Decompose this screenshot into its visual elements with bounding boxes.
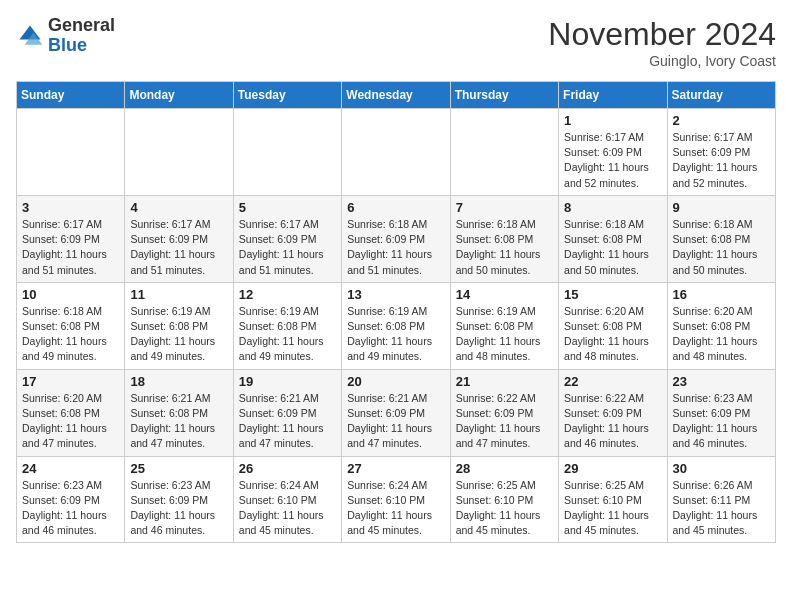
weekday-header-friday: Friday xyxy=(559,82,667,109)
day-number: 23 xyxy=(673,374,770,389)
day-detail: Sunrise: 6:19 AMSunset: 6:08 PMDaylight:… xyxy=(239,304,336,365)
weekday-header-monday: Monday xyxy=(125,82,233,109)
day-detail: Sunrise: 6:19 AMSunset: 6:08 PMDaylight:… xyxy=(456,304,553,365)
day-detail: Sunrise: 6:24 AMSunset: 6:10 PMDaylight:… xyxy=(347,478,444,539)
calendar-cell: 12Sunrise: 6:19 AMSunset: 6:08 PMDayligh… xyxy=(233,282,341,369)
calendar-week-5: 24Sunrise: 6:23 AMSunset: 6:09 PMDayligh… xyxy=(17,456,776,543)
calendar-cell: 3Sunrise: 6:17 AMSunset: 6:09 PMDaylight… xyxy=(17,195,125,282)
day-number: 18 xyxy=(130,374,227,389)
weekday-header-saturday: Saturday xyxy=(667,82,775,109)
day-number: 4 xyxy=(130,200,227,215)
weekday-header-tuesday: Tuesday xyxy=(233,82,341,109)
calendar-cell xyxy=(233,109,341,196)
day-number: 5 xyxy=(239,200,336,215)
day-number: 3 xyxy=(22,200,119,215)
calendar-cell: 20Sunrise: 6:21 AMSunset: 6:09 PMDayligh… xyxy=(342,369,450,456)
calendar-cell: 15Sunrise: 6:20 AMSunset: 6:08 PMDayligh… xyxy=(559,282,667,369)
day-detail: Sunrise: 6:25 AMSunset: 6:10 PMDaylight:… xyxy=(456,478,553,539)
calendar-cell: 1Sunrise: 6:17 AMSunset: 6:09 PMDaylight… xyxy=(559,109,667,196)
logo-blue-text: Blue xyxy=(48,36,115,56)
day-number: 12 xyxy=(239,287,336,302)
day-detail: Sunrise: 6:23 AMSunset: 6:09 PMDaylight:… xyxy=(130,478,227,539)
calendar-cell xyxy=(342,109,450,196)
calendar-cell xyxy=(17,109,125,196)
day-detail: Sunrise: 6:19 AMSunset: 6:08 PMDaylight:… xyxy=(347,304,444,365)
day-detail: Sunrise: 6:17 AMSunset: 6:09 PMDaylight:… xyxy=(673,130,770,191)
calendar-cell: 9Sunrise: 6:18 AMSunset: 6:08 PMDaylight… xyxy=(667,195,775,282)
calendar-cell: 7Sunrise: 6:18 AMSunset: 6:08 PMDaylight… xyxy=(450,195,558,282)
day-detail: Sunrise: 6:21 AMSunset: 6:09 PMDaylight:… xyxy=(347,391,444,452)
day-number: 7 xyxy=(456,200,553,215)
day-number: 24 xyxy=(22,461,119,476)
calendar-body: 1Sunrise: 6:17 AMSunset: 6:09 PMDaylight… xyxy=(17,109,776,543)
day-number: 14 xyxy=(456,287,553,302)
calendar-cell: 17Sunrise: 6:20 AMSunset: 6:08 PMDayligh… xyxy=(17,369,125,456)
calendar-cell: 8Sunrise: 6:18 AMSunset: 6:08 PMDaylight… xyxy=(559,195,667,282)
calendar-cell: 10Sunrise: 6:18 AMSunset: 6:08 PMDayligh… xyxy=(17,282,125,369)
day-number: 22 xyxy=(564,374,661,389)
day-number: 21 xyxy=(456,374,553,389)
logo: General Blue xyxy=(16,16,115,56)
day-detail: Sunrise: 6:18 AMSunset: 6:08 PMDaylight:… xyxy=(673,217,770,278)
day-number: 26 xyxy=(239,461,336,476)
day-number: 20 xyxy=(347,374,444,389)
day-number: 10 xyxy=(22,287,119,302)
weekday-header-wednesday: Wednesday xyxy=(342,82,450,109)
day-number: 30 xyxy=(673,461,770,476)
calendar-cell: 30Sunrise: 6:26 AMSunset: 6:11 PMDayligh… xyxy=(667,456,775,543)
calendar-cell: 26Sunrise: 6:24 AMSunset: 6:10 PMDayligh… xyxy=(233,456,341,543)
day-number: 25 xyxy=(130,461,227,476)
day-number: 27 xyxy=(347,461,444,476)
day-detail: Sunrise: 6:23 AMSunset: 6:09 PMDaylight:… xyxy=(673,391,770,452)
day-detail: Sunrise: 6:18 AMSunset: 6:08 PMDaylight:… xyxy=(564,217,661,278)
calendar-week-2: 3Sunrise: 6:17 AMSunset: 6:09 PMDaylight… xyxy=(17,195,776,282)
calendar-table: SundayMondayTuesdayWednesdayThursdayFrid… xyxy=(16,81,776,543)
calendar-cell: 2Sunrise: 6:17 AMSunset: 6:09 PMDaylight… xyxy=(667,109,775,196)
day-detail: Sunrise: 6:26 AMSunset: 6:11 PMDaylight:… xyxy=(673,478,770,539)
day-detail: Sunrise: 6:20 AMSunset: 6:08 PMDaylight:… xyxy=(564,304,661,365)
calendar-cell: 22Sunrise: 6:22 AMSunset: 6:09 PMDayligh… xyxy=(559,369,667,456)
calendar-cell: 11Sunrise: 6:19 AMSunset: 6:08 PMDayligh… xyxy=(125,282,233,369)
calendar-cell: 28Sunrise: 6:25 AMSunset: 6:10 PMDayligh… xyxy=(450,456,558,543)
day-number: 13 xyxy=(347,287,444,302)
calendar-week-3: 10Sunrise: 6:18 AMSunset: 6:08 PMDayligh… xyxy=(17,282,776,369)
calendar-header: SundayMondayTuesdayWednesdayThursdayFrid… xyxy=(17,82,776,109)
calendar-cell: 16Sunrise: 6:20 AMSunset: 6:08 PMDayligh… xyxy=(667,282,775,369)
calendar-cell: 21Sunrise: 6:22 AMSunset: 6:09 PMDayligh… xyxy=(450,369,558,456)
day-number: 11 xyxy=(130,287,227,302)
day-detail: Sunrise: 6:17 AMSunset: 6:09 PMDaylight:… xyxy=(564,130,661,191)
day-detail: Sunrise: 6:24 AMSunset: 6:10 PMDaylight:… xyxy=(239,478,336,539)
day-detail: Sunrise: 6:18 AMSunset: 6:08 PMDaylight:… xyxy=(22,304,119,365)
logo-icon xyxy=(16,22,44,50)
calendar-week-4: 17Sunrise: 6:20 AMSunset: 6:08 PMDayligh… xyxy=(17,369,776,456)
title-block: November 2024 Guinglo, Ivory Coast xyxy=(548,16,776,69)
day-detail: Sunrise: 6:25 AMSunset: 6:10 PMDaylight:… xyxy=(564,478,661,539)
weekday-header-sunday: Sunday xyxy=(17,82,125,109)
day-number: 19 xyxy=(239,374,336,389)
calendar-cell: 4Sunrise: 6:17 AMSunset: 6:09 PMDaylight… xyxy=(125,195,233,282)
day-detail: Sunrise: 6:18 AMSunset: 6:09 PMDaylight:… xyxy=(347,217,444,278)
day-number: 17 xyxy=(22,374,119,389)
page-header: General Blue November 2024 Guinglo, Ivor… xyxy=(16,16,776,69)
weekday-header-row: SundayMondayTuesdayWednesdayThursdayFrid… xyxy=(17,82,776,109)
day-detail: Sunrise: 6:17 AMSunset: 6:09 PMDaylight:… xyxy=(239,217,336,278)
location-text: Guinglo, Ivory Coast xyxy=(548,53,776,69)
day-number: 2 xyxy=(673,113,770,128)
calendar-cell: 24Sunrise: 6:23 AMSunset: 6:09 PMDayligh… xyxy=(17,456,125,543)
weekday-header-thursday: Thursday xyxy=(450,82,558,109)
calendar-cell: 25Sunrise: 6:23 AMSunset: 6:09 PMDayligh… xyxy=(125,456,233,543)
calendar-cell: 18Sunrise: 6:21 AMSunset: 6:08 PMDayligh… xyxy=(125,369,233,456)
day-number: 28 xyxy=(456,461,553,476)
day-number: 6 xyxy=(347,200,444,215)
calendar-cell: 19Sunrise: 6:21 AMSunset: 6:09 PMDayligh… xyxy=(233,369,341,456)
calendar-cell: 27Sunrise: 6:24 AMSunset: 6:10 PMDayligh… xyxy=(342,456,450,543)
day-detail: Sunrise: 6:17 AMSunset: 6:09 PMDaylight:… xyxy=(22,217,119,278)
day-detail: Sunrise: 6:19 AMSunset: 6:08 PMDaylight:… xyxy=(130,304,227,365)
day-detail: Sunrise: 6:20 AMSunset: 6:08 PMDaylight:… xyxy=(673,304,770,365)
calendar-cell: 6Sunrise: 6:18 AMSunset: 6:09 PMDaylight… xyxy=(342,195,450,282)
day-number: 1 xyxy=(564,113,661,128)
day-detail: Sunrise: 6:21 AMSunset: 6:09 PMDaylight:… xyxy=(239,391,336,452)
calendar-cell: 5Sunrise: 6:17 AMSunset: 6:09 PMDaylight… xyxy=(233,195,341,282)
day-number: 15 xyxy=(564,287,661,302)
month-year-title: November 2024 xyxy=(548,16,776,53)
